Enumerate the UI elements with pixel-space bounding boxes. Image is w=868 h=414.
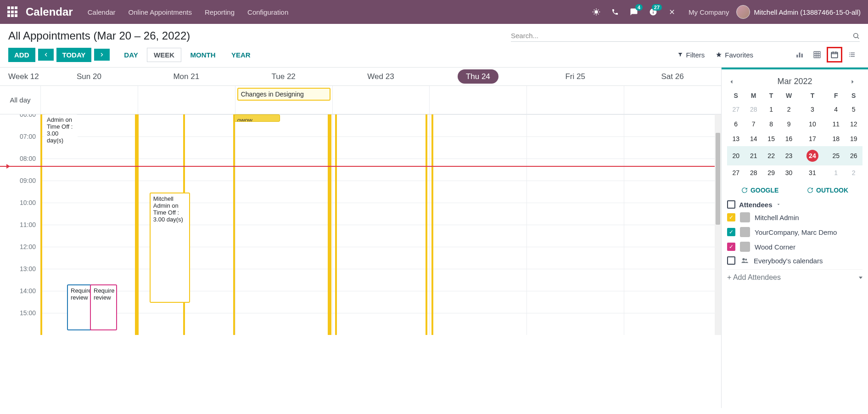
hour-label: 09:00 [0, 177, 40, 199]
week-label: Week 12 [0, 72, 40, 81]
allday-cell[interactable] [429, 86, 526, 114]
nav-configuration[interactable]: Configuration [247, 8, 288, 16]
allday-cell[interactable] [40, 86, 138, 114]
view-pivot-icon[interactable] [809, 47, 825, 62]
range-day[interactable]: DAY [117, 48, 145, 62]
view-calendar-icon[interactable] [827, 47, 842, 62]
app-brand[interactable]: Calendar [26, 6, 73, 18]
chevron-down-icon[interactable] [776, 202, 781, 207]
attendee-name: Everybody's calendars [754, 257, 823, 265]
attendee-checkbox[interactable]: ✓ [727, 228, 735, 236]
chevron-left-icon [729, 79, 734, 85]
next-button[interactable] [94, 49, 110, 61]
attendee-avatar-icon [740, 242, 750, 252]
scrollbar[interactable] [715, 114, 721, 335]
chevron-right-icon [850, 79, 855, 85]
view-list-icon[interactable] [844, 47, 860, 62]
tools-icon[interactable] [668, 8, 676, 16]
search-input[interactable]: Search... [511, 30, 860, 42]
activities-icon[interactable]: 27 [649, 8, 657, 16]
attendee-row[interactable]: Everybody's calendars [727, 256, 862, 265]
now-indicator [0, 166, 715, 167]
top-nav: Calendar Calendar Online Appointments Re… [0, 0, 868, 24]
mini-calendar[interactable]: SMTWTFS 272812345 6789101112 13141516171… [727, 89, 862, 180]
hour-label: 13:00 [0, 265, 40, 287]
filters-label: Filters [686, 51, 705, 59]
hour-label: 11:00 [0, 221, 40, 243]
svg-rect-5 [814, 51, 820, 58]
page-title: All Appointments (Mar 20 – 26, 2022) [8, 29, 511, 42]
attendee-row[interactable]: ✓ Wood Corner [727, 242, 862, 252]
favorites-button[interactable]: Favorites [716, 51, 753, 59]
attendee-checkbox[interactable] [727, 256, 735, 265]
allday-cell[interactable]: Changes in Designing [235, 86, 332, 114]
nav-online-appointments[interactable]: Online Appointments [129, 8, 192, 16]
event-changes-designing[interactable]: Changes in Designing [237, 88, 330, 101]
allday-cell[interactable] [138, 86, 235, 114]
nav-reporting[interactable]: Reporting [205, 8, 235, 16]
time-grid[interactable]: 06:00 07:00 08:00 09:00 10:00 11:00 12:0… [0, 114, 721, 408]
user-menu[interactable]: Mitchell Admin (13887466-15-0-all) [754, 8, 861, 16]
day-header-wed[interactable]: Wed 23 [332, 72, 430, 81]
day-header-fri[interactable]: Fri 25 [526, 72, 624, 81]
view-graph-icon[interactable] [792, 47, 807, 62]
event-timeoff-sun[interactable]: Admin on Time Off : 3.00 day(s) [44, 114, 78, 156]
svg-point-7 [742, 258, 745, 261]
add-attendees[interactable]: + Add Attendees [727, 269, 862, 285]
attendee-checkbox[interactable]: ✓ [727, 243, 735, 251]
mini-cal-prev[interactable] [729, 79, 740, 85]
day-header-thu[interactable]: Thu 24 [429, 72, 526, 81]
phone-icon[interactable] [611, 8, 619, 16]
avatar[interactable] [736, 5, 750, 19]
event-require-review-2[interactable]: Require review [90, 284, 117, 330]
attendee-checkbox[interactable]: ✓ [727, 213, 735, 221]
mini-cal-today: 24 [798, 146, 827, 165]
svg-point-1 [854, 33, 858, 37]
allday-cell[interactable] [526, 86, 624, 114]
attendee-avatar-icon [740, 227, 750, 237]
favorites-label: Favorites [725, 51, 753, 59]
caret-down-icon [859, 277, 862, 279]
day-header-sun[interactable]: Sun 20 [40, 72, 138, 81]
add-button[interactable]: ADD [8, 48, 35, 62]
event-owow[interactable]: owow [234, 114, 280, 122]
event-timeoff-mon[interactable]: Mitchell Admin on Time Off : 3.00 day(s) [150, 193, 190, 303]
day-header-tue[interactable]: Tue 22 [235, 72, 332, 81]
day-header-mon[interactable]: Mon 21 [138, 72, 235, 81]
attendee-row[interactable]: ✓ Mitchell Admin [727, 212, 862, 222]
range-year[interactable]: YEAR [224, 48, 258, 62]
search-placeholder: Search... [511, 32, 538, 40]
control-bar: All Appointments (Mar 20 – 26, 2022) Sea… [0, 24, 868, 68]
company-selector[interactable]: My Company [689, 8, 729, 16]
range-week[interactable]: WEEK [147, 48, 181, 62]
range-month[interactable]: MONTH [184, 48, 223, 62]
users-icon [740, 257, 749, 264]
sync-outlook[interactable]: OUTLOOK [807, 187, 848, 194]
attendee-name: Mitchell Admin [755, 214, 799, 221]
allday-cell[interactable] [624, 86, 721, 114]
today-button[interactable]: TODAY [56, 48, 92, 62]
apps-icon[interactable] [7, 6, 18, 17]
sync-google[interactable]: GOOGLE [741, 187, 778, 194]
attendee-row[interactable]: ✓ YourCompany, Marc Demo [727, 227, 862, 237]
search-icon[interactable] [852, 32, 860, 40]
refresh-icon [807, 187, 813, 193]
hour-label: 06:00 [0, 114, 40, 133]
funnel-icon [678, 52, 683, 57]
scroll-thumb[interactable] [716, 133, 720, 225]
attendees-checkbox[interactable] [727, 200, 735, 209]
svg-rect-4 [801, 54, 803, 57]
nav-calendar[interactable]: Calendar [88, 8, 116, 16]
star-icon [716, 51, 722, 58]
filters-button[interactable]: Filters [678, 51, 705, 59]
allday-cell[interactable] [332, 86, 430, 114]
debug-icon[interactable] [592, 8, 600, 16]
svg-rect-3 [799, 53, 801, 58]
prev-button[interactable] [38, 49, 54, 61]
messages-icon[interactable]: 4 [630, 8, 638, 16]
mini-cal-next[interactable] [850, 79, 861, 85]
svg-rect-6 [831, 52, 838, 58]
day-header-sat[interactable]: Sat 26 [624, 72, 721, 81]
svg-point-0 [594, 10, 598, 14]
mini-cal-month: Mar 2022 [777, 77, 812, 86]
